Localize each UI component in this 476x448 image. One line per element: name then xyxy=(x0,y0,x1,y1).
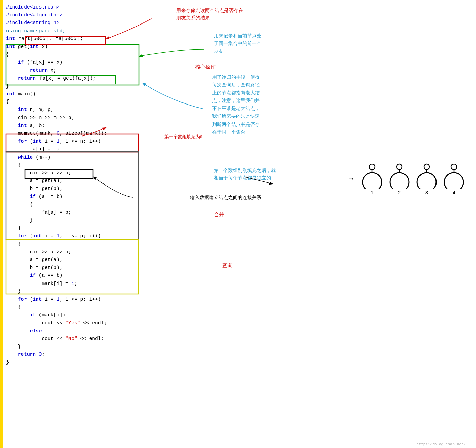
diagram-area: → 1 2 xyxy=(349,162,466,196)
code-line-34: b = get(b); xyxy=(6,264,144,272)
annotation-fa-usage: 用来记录和当前节点处于同一集合中的前一个朋友 xyxy=(214,32,261,55)
code-line-39: { xyxy=(6,303,144,311)
code-line-28: } xyxy=(6,217,144,224)
code-line-14: int n, m, p; xyxy=(6,106,144,114)
code-line-6: int get(int x) xyxy=(6,43,144,51)
code-line-20: while (m--) xyxy=(6,154,144,161)
code-line-35: if (a == b) xyxy=(6,272,144,279)
annotation-mark-fa: 用来存储判读两个结点是否存在朋友关系的结果 xyxy=(176,7,243,22)
annotation-core-op: 核心操作 xyxy=(195,63,216,71)
svg-point-6 xyxy=(424,164,429,170)
svg-point-3 xyxy=(397,164,402,170)
node-1: 1 xyxy=(360,162,384,196)
node-4-svg xyxy=(442,162,466,189)
code-line-25: if (a != b) xyxy=(6,193,144,201)
node-4: 4 xyxy=(442,162,466,196)
code-line-13: { xyxy=(6,98,144,106)
code-line-17: memset(mark, 0, sizeof(mark)); xyxy=(6,130,144,138)
code-line-44: } xyxy=(6,343,144,351)
arrow-right-icon: → xyxy=(349,175,353,183)
code-line-37: } xyxy=(6,288,144,295)
code-line-32: cin >> a >> b; xyxy=(6,248,144,256)
svg-point-11 xyxy=(444,173,463,189)
node-label-1: 1 xyxy=(370,190,374,196)
node-label-3: 3 xyxy=(425,190,428,196)
node-2-svg xyxy=(387,162,411,189)
code-line-26: { xyxy=(6,201,144,209)
svg-point-0 xyxy=(369,164,375,170)
code-line-2: #include<algorithm> xyxy=(6,11,144,19)
code-line-10: return fa[x] = get(fa[x]); xyxy=(6,75,144,82)
node-1-svg xyxy=(360,162,384,189)
code-line-27: fa[a] = b; xyxy=(6,209,144,217)
main-container: #include<iostream> #include<algorithm> #… xyxy=(0,0,476,448)
code-line-15: cin >> n >> m >> p; xyxy=(6,114,144,122)
code-line-21: { xyxy=(6,161,144,169)
annotation-recursive: 用了递归的手段，使得每次查询后，查询路径上的节点都指向老大结点，注意，这里我们并… xyxy=(212,73,260,136)
code-line-43: cout << "No" << endl; xyxy=(6,335,144,343)
code-line-19: fa[i] = i; xyxy=(6,145,144,153)
code-line-4: using namespace std; xyxy=(6,27,144,35)
node-label-4: 4 xyxy=(452,190,455,196)
svg-point-2 xyxy=(363,173,382,189)
code-line-22: cin >> a >> b; xyxy=(6,169,144,177)
code-line-36: mark[i] = 1; xyxy=(6,280,144,288)
code-line-24: b = get(b); xyxy=(6,185,144,193)
code-line-11: } xyxy=(6,82,144,90)
node-2: 2 xyxy=(387,162,411,196)
code-line-23: a = get(a); xyxy=(6,177,144,185)
code-line-18: for (int i = 1; i <= n; i++) xyxy=(6,138,144,145)
code-line-1: #include<iostream> xyxy=(6,3,144,11)
svg-point-8 xyxy=(417,173,436,189)
code-line-38: for (int i = 1; i <= p; i++) xyxy=(6,295,144,303)
code-line-42: else xyxy=(6,327,144,335)
svg-point-5 xyxy=(390,173,409,189)
code-line-16: int a, b; xyxy=(6,122,144,130)
annotation-first-fill: 第一个数组填充为0 xyxy=(164,133,202,141)
code-line-46: } xyxy=(6,358,144,366)
code-area: #include<iostream> #include<algorithm> #… xyxy=(3,0,146,448)
code-line-41: cout << "Yes" << endl; xyxy=(6,319,144,327)
code-line-29: } xyxy=(6,224,144,232)
left-border xyxy=(0,0,3,448)
code-line-45: return 0; xyxy=(6,351,144,358)
code-line-3: #include<string.h> xyxy=(6,19,144,27)
svg-point-9 xyxy=(451,164,457,170)
annotation-merge: 合并 xyxy=(214,210,224,219)
code-line-31: { xyxy=(6,240,144,248)
code-line-5: int mark[5005], fa[5005]; xyxy=(6,35,144,43)
code-line-8: if (fa[x] == x) xyxy=(6,59,144,66)
annotation-after-fill: 第二个数组刚刚填充之后，就相当于每个节点都是独立的 xyxy=(214,167,276,182)
code-line-40: if (mark[i]) xyxy=(6,311,144,319)
code-line-30: for (int i = 1; i <= p; i++) xyxy=(6,232,144,240)
code-line-9: return x; xyxy=(6,67,144,75)
annotation-query: 查询 xyxy=(222,261,233,270)
annotation-build-relation: 输入数据建立结点之间的连接关系 xyxy=(190,194,261,202)
annotation-area: 用来存储判读两个结点是否存在朋友关系的结果 用来记录和当前节点处于同一集合中的前… xyxy=(146,0,476,448)
watermark: https://blog.csdn.net/... xyxy=(416,442,473,446)
code-line-12: int main() xyxy=(6,90,144,98)
code-line-7: { xyxy=(6,51,144,59)
code-line-33: a = get(a); xyxy=(6,256,144,264)
node-label-2: 2 xyxy=(398,190,401,196)
node-3-svg xyxy=(415,162,439,189)
node-3: 3 xyxy=(415,162,439,196)
